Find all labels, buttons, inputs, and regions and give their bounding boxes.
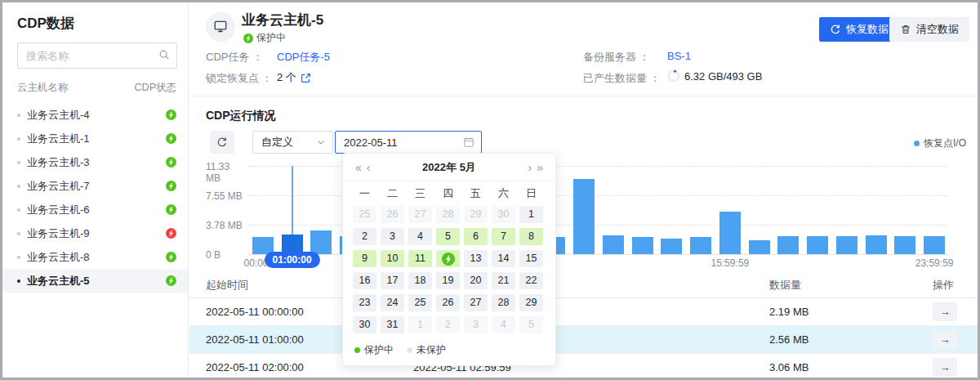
calendar-day-cell[interactable]: 27 (464, 294, 488, 311)
calendar-day-cell[interactable]: 18 (408, 272, 432, 289)
calendar-day-protecting-icon[interactable] (436, 250, 460, 267)
calendar-day-cell[interactable]: 14 (492, 250, 515, 267)
calendar-day-cell[interactable]: 4 (492, 316, 515, 333)
calendar-day-cell[interactable]: 25 (353, 206, 376, 223)
selected-x-tick-pill[interactable]: 01:00:00 (265, 252, 320, 268)
calendar-day-cell[interactable]: 4 (408, 228, 432, 245)
chart-bar-slot (920, 166, 949, 254)
calendar-day-cell[interactable]: 25 (408, 294, 432, 311)
calendar-day-cell[interactable]: 3 (381, 228, 404, 245)
sidebar-item-host[interactable]: 业务云主机-9 (2, 221, 188, 245)
calendar-day-cell[interactable]: 17 (381, 272, 404, 289)
calendar-day-cell[interactable]: 26 (381, 206, 404, 223)
date-input-field[interactable] (344, 136, 463, 149)
search-input[interactable] (26, 50, 158, 62)
chart-bar-slot (628, 166, 657, 254)
sidebar-item-host[interactable]: 业务云主机-5 (2, 269, 188, 293)
chart-bar[interactable] (777, 236, 799, 254)
chart-bar[interactable] (894, 236, 915, 254)
chart-bar[interactable] (573, 179, 595, 254)
go-to-detail-button[interactable]: → (933, 330, 957, 349)
calendar-day-cell[interactable]: 7 (492, 228, 515, 245)
calendar-day-cell[interactable]: 28 (436, 206, 460, 223)
calendar-day-cell[interactable]: 10 (381, 250, 404, 267)
calendar-day-cell[interactable]: 24 (381, 294, 404, 311)
calendar-day-cell[interactable]: 28 (492, 294, 515, 311)
calendar-day-cell[interactable]: 30 (353, 316, 376, 333)
calendar-day-cell[interactable]: 29 (464, 206, 488, 223)
date-picker-input[interactable] (335, 131, 482, 154)
calendar-day-cell[interactable]: 1 (519, 206, 543, 223)
cell-data-size: 2.56 MB (769, 333, 933, 346)
calendar-day-cell[interactable]: 31 (381, 316, 404, 333)
calendar-day-cell[interactable]: 23 (353, 294, 376, 311)
sidebar-item-host[interactable]: 业务云主机-4 (2, 103, 188, 127)
calendar-day-cell[interactable]: 19 (436, 272, 460, 289)
sidebar-item-host[interactable]: 业务云主机-6 (2, 198, 188, 221)
table-row[interactable]: 2022-05-11 00:00:002022-05-11 00:59:592.… (189, 298, 978, 326)
calendar-day-cell[interactable]: 26 (436, 294, 460, 311)
header-divider (189, 96, 978, 96)
y-tick-label: 7.55 MB (206, 190, 243, 202)
search-box[interactable] (17, 42, 177, 69)
chart-bar[interactable] (807, 236, 828, 254)
chart-bar[interactable] (836, 236, 858, 254)
calendar-day-cell[interactable]: 20 (464, 272, 488, 289)
chart-refresh-button[interactable] (210, 131, 234, 154)
calendar-day-cell[interactable]: 5 (519, 316, 543, 333)
calendar-icon (463, 136, 474, 148)
sidebar-item-host[interactable]: 业务云主机-3 (2, 150, 188, 174)
calendar-day-cell[interactable]: 16 (353, 272, 376, 289)
restore-data-button[interactable]: 恢复数据 (819, 17, 899, 42)
calendar-day-cell[interactable]: 15 (519, 250, 543, 267)
sidebar-item-host[interactable]: 业务云主机-8 (2, 245, 188, 269)
go-to-detail-button[interactable]: → (933, 358, 957, 377)
chart-bar[interactable] (924, 236, 945, 254)
go-to-detail-button[interactable]: → (933, 302, 957, 321)
cdp-data-page: CDP数据 云主机名称 CDP状态 业务云主机-4业务云主机-1业务云主机-3业… (0, 0, 980, 380)
host-name: 业务云主机-5 (27, 274, 166, 288)
calendar-day-cell[interactable]: 22 (519, 272, 543, 289)
calendar-day-cell[interactable]: 6 (464, 228, 488, 245)
external-link-icon[interactable] (301, 73, 311, 83)
table-row[interactable]: 2022-05-11 02:00:002022-05-11 02:59:593.… (189, 354, 978, 380)
chart-bar[interactable] (690, 237, 711, 254)
prev-year-icon[interactable]: « (353, 161, 364, 174)
chart-bar[interactable] (310, 230, 332, 254)
calendar-day-cell[interactable]: 29 (519, 294, 543, 311)
bullet-icon (17, 232, 20, 235)
chart-bar[interactable] (632, 237, 653, 254)
sidebar-item-host[interactable]: 业务云主机-7 (2, 174, 188, 198)
calendar-day-cell[interactable]: 21 (492, 272, 515, 289)
sidebar-item-host[interactable]: 业务云主机-1 (2, 127, 188, 150)
chart-bar[interactable] (661, 239, 682, 254)
calendar-day-cell[interactable]: 8 (519, 228, 543, 245)
calendar-day-cell[interactable]: 11 (408, 250, 432, 267)
backup-server-link[interactable]: BS-1 (667, 50, 691, 62)
chart-bar[interactable] (603, 235, 624, 254)
chart-bar[interactable] (866, 235, 887, 254)
host-list: 业务云主机-4业务云主机-1业务云主机-3业务云主机-7业务云主机-6业务云主机… (2, 103, 188, 293)
calendar-day-cell[interactable]: 5 (436, 228, 460, 245)
calendar-day-cell[interactable]: 13 (464, 250, 488, 267)
calendar-day-cell[interactable]: 2 (353, 228, 376, 245)
calendar-day-cell[interactable]: 3 (464, 316, 488, 333)
bullet-icon (17, 161, 20, 164)
y-tick-label: 3.78 MB (206, 220, 243, 231)
range-select[interactable]: 自定义 (252, 131, 333, 154)
calendar-day-cell[interactable]: 9 (353, 250, 376, 267)
prev-month-icon[interactable]: ‹ (364, 161, 373, 174)
chart-bar[interactable] (749, 240, 770, 254)
next-year-icon[interactable]: » (534, 161, 546, 174)
chart-bar[interactable] (719, 212, 741, 254)
calendar-day-cell[interactable]: 1 (408, 316, 432, 333)
status-ok-icon (166, 252, 176, 262)
calendar-day-cell[interactable]: 27 (408, 206, 432, 223)
table-row[interactable]: 2022-05-11 01:00:002022-05-11 01:59:592.… (189, 326, 978, 354)
next-month-icon[interactable]: › (526, 161, 535, 174)
clear-data-button[interactable]: 清空数据 (889, 17, 969, 42)
cdp-task-link[interactable]: CDP任务-5 (277, 50, 330, 65)
calendar-day-cell[interactable]: 30 (492, 206, 515, 223)
calendar-day-cell[interactable]: 2 (436, 316, 460, 333)
status-label: 保护中 (256, 31, 286, 45)
